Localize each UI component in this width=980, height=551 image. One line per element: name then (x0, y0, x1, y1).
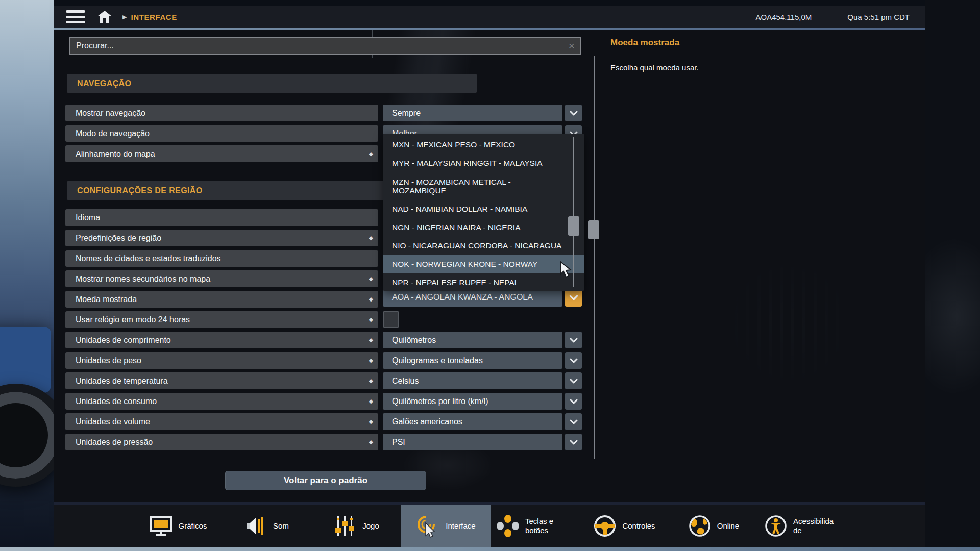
page-scrollbar-track[interactable] (594, 56, 595, 459)
diamond-icon: ◆ (369, 393, 373, 410)
diamond-icon: ◆ (369, 413, 373, 430)
diamond-icon: ◆ (369, 352, 373, 369)
game-time: Qua 5:51 pm CDT (847, 13, 910, 21)
dropdown-consumption-units-button[interactable] (565, 393, 582, 410)
currency-option[interactable]: MYR - MALAYSIAN RINGGIT - MALAYSIA (383, 154, 584, 172)
tab-sound[interactable]: Som (223, 505, 312, 547)
keys-buttons-dpad-icon (497, 515, 519, 537)
dropdown-volume-units-button[interactable] (565, 413, 582, 430)
dropdown-volume-units[interactable]: Galões americanos (383, 413, 562, 430)
chevron-down-icon (570, 399, 578, 404)
setting-row-24h-clock[interactable]: Usar relógio em modo 24 horas◆ (65, 311, 378, 328)
search-input[interactable] (70, 41, 563, 51)
setting-row-navigation-mode[interactable]: Modo de navegação (65, 125, 378, 142)
background-truck-grille (713, 246, 866, 399)
menu-icon[interactable] (66, 10, 85, 23)
background-scene-bottom (0, 547, 980, 551)
dropdown-temperature-units[interactable]: Celsius (383, 372, 562, 389)
breadcrumb-arrow-icon: ▶ (122, 14, 127, 20)
search-box: × (69, 37, 581, 55)
diamond-icon: ◆ (369, 145, 373, 162)
tab-online[interactable]: Online (669, 505, 758, 547)
reset-to-default-button[interactable]: Voltar para o padrão (225, 471, 426, 490)
money-balance: AOA454.115,0M (755, 13, 812, 21)
home-icon (97, 10, 112, 23)
dropdown-show-navigation[interactable]: Sempre (383, 105, 562, 121)
controls-steering-wheel-icon (594, 515, 616, 537)
setting-row-consumption-units[interactable]: Unidades de consumo◆ (65, 393, 378, 410)
currency-dropdown-list: MXN - MEXICAN PESO - MEXICO MYR - MALAYS… (383, 134, 584, 291)
setting-row-pressure-units[interactable]: Unidades de pressão◆ (65, 434, 378, 450)
background-scene-left (0, 0, 54, 551)
chevron-down-icon (570, 111, 578, 116)
setting-row-show-navigation[interactable]: Mostrar navegação (65, 105, 378, 121)
background-scene-right (925, 0, 980, 551)
diamond-icon: ◆ (369, 372, 373, 389)
setting-row-translated-names[interactable]: Nomes de cidades e estados traduzidos (65, 250, 378, 267)
sound-speaker-icon (246, 515, 267, 537)
bottom-navbar: Gráficos Som (54, 505, 925, 547)
diamond-icon: ◆ (369, 311, 373, 328)
topbar-divider (54, 28, 925, 30)
currency-option[interactable]: MZN - MOZAMBICAN METICAL - MOZAMBIQUE (383, 172, 584, 200)
diamond-icon: ◆ (369, 230, 373, 246)
chevron-down-icon (570, 358, 578, 363)
tab-accessibility[interactable]: Acessibilida de (758, 505, 848, 547)
page-scrollbar-thumb[interactable] (588, 220, 599, 239)
search-clear-icon[interactable]: × (563, 40, 580, 52)
graphics-monitor-icon (149, 515, 173, 537)
home-button[interactable] (97, 10, 112, 23)
currency-option[interactable]: MXN - MEXICAN PESO - MEXICO (383, 136, 584, 154)
diamond-icon: ◆ (369, 332, 373, 348)
dropdown-weight-units-button[interactable] (565, 352, 582, 369)
checkbox-24h-clock[interactable] (383, 311, 399, 328)
dropdown-temperature-units-button[interactable] (565, 372, 582, 389)
dropdown-scrollbar-track[interactable] (573, 137, 574, 287)
setting-row-region-presets[interactable]: Predefinições de região◆ (65, 230, 378, 246)
interface-cursor-icon (416, 514, 439, 538)
dropdown-pressure-units[interactable]: PSI (383, 434, 562, 450)
diamond-icon: ◆ (369, 434, 373, 450)
tab-interface[interactable]: Interface (401, 505, 491, 547)
currency-option[interactable]: NIO - NICARAGUAN CORDOBA - NICARAGUA (383, 237, 584, 255)
diamond-icon: ◆ (369, 291, 373, 308)
tab-keys-buttons[interactable]: Teclas e botões (491, 505, 580, 547)
section-header-navigation: NAVEGAÇÃO (67, 74, 477, 93)
tab-game[interactable]: Jogo (312, 505, 401, 547)
tab-graphics[interactable]: Gráficos (133, 505, 223, 547)
setting-row-temperature-units[interactable]: Unidades de temperatura◆ (65, 372, 378, 389)
setting-row-map-alignment[interactable]: Alinhamento do mapa◆ (65, 145, 378, 162)
currency-option[interactable]: NAD - NAMIBIAN DOLLAR - NAMIBIA (383, 200, 584, 218)
tab-controls[interactable]: Controles (580, 505, 669, 547)
dropdown-scrollbar-thumb[interactable] (568, 216, 579, 236)
dropdown-length-units[interactable]: Quilômetros (383, 332, 562, 348)
chevron-down-icon (570, 338, 578, 343)
setting-row-volume-units[interactable]: Unidades de volume◆ (65, 413, 378, 430)
currency-option[interactable]: NGN - NIGERIAN NAIRA - NIGERIA (383, 218, 584, 237)
chevron-down-icon (570, 419, 578, 424)
diamond-icon: ◆ (369, 270, 373, 287)
dropdown-consumption-units[interactable]: Quilômetros por litro (km/l) (383, 393, 562, 410)
truck-cab-shape (0, 327, 51, 393)
online-globe-icon (689, 515, 711, 537)
dropdown-pressure-units-button[interactable] (565, 434, 582, 450)
setting-row-length-units[interactable]: Unidades de comprimento◆ (65, 332, 378, 348)
currency-option-highlighted[interactable]: NOK - NORWEGIAN KRONE - NORWAY (383, 255, 584, 273)
breadcrumb: INTERFACE (131, 13, 177, 21)
help-description: Escolha qual moeda usar. (610, 63, 699, 72)
dropdown-weight-units[interactable]: Quilogramas e toneladas (383, 352, 562, 369)
top-bar: ▶ INTERFACE AOA454.115,0M Qua 5:51 pm CD… (54, 6, 925, 28)
setting-row-displayed-currency[interactable]: Moeda mostrada◆ (65, 291, 378, 308)
settings-panel: ▶ INTERFACE AOA454.115,0M Qua 5:51 pm CD… (54, 6, 925, 547)
chevron-down-icon (570, 379, 578, 384)
setting-row-secondary-names[interactable]: Mostrar nomes secundários no mapa◆ (65, 270, 378, 287)
setting-row-weight-units[interactable]: Unidades de peso◆ (65, 352, 378, 369)
dropdown-length-units-button[interactable] (565, 332, 582, 348)
truck-tire-shape (0, 384, 54, 487)
dropdown-show-navigation-button[interactable] (565, 105, 582, 121)
game-sliders-icon (334, 515, 356, 537)
currency-option[interactable]: NPR - NEPALESE RUPEE - NEPAL (383, 273, 584, 292)
accessibility-icon (765, 515, 787, 537)
setting-row-language[interactable]: Idioma (65, 209, 378, 226)
help-title: Moeda mostrada (610, 38, 679, 48)
